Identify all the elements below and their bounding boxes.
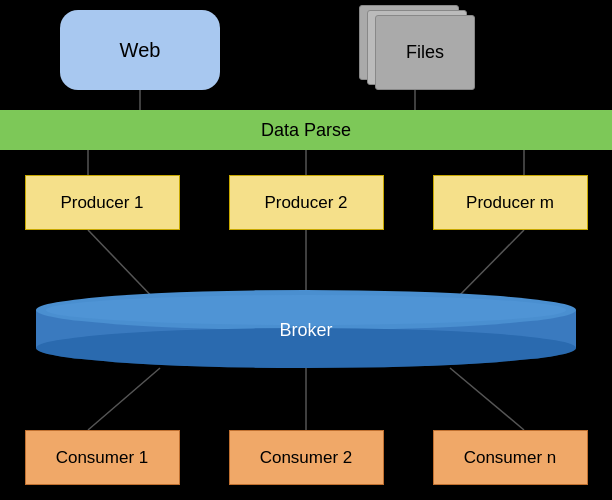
web-label: Web [120, 39, 161, 62]
broker-ellipse: Broker [30, 290, 582, 370]
producer-1-label: Producer 1 [60, 193, 143, 213]
broker-label: Broker [279, 320, 332, 341]
producer-box-m: Producer m [433, 175, 588, 230]
consumer-box-2: Consumer 2 [229, 430, 384, 485]
consumer-2-label: Consumer 2 [260, 448, 353, 468]
consumer-box-1: Consumer 1 [25, 430, 180, 485]
consumer-n-label: Consumer n [464, 448, 557, 468]
svg-line-10 [450, 368, 524, 430]
consumer-row: Consumer 1 Consumer 2 Consumer n [0, 430, 612, 485]
producer-2-label: Producer 2 [264, 193, 347, 213]
producer-row: Producer 1 Producer 2 Producer m [0, 175, 612, 230]
consumer-1-label: Consumer 1 [56, 448, 149, 468]
consumer-box-n: Consumer n [433, 430, 588, 485]
svg-line-8 [88, 368, 160, 430]
web-box: Web [60, 10, 220, 90]
producer-m-label: Producer m [466, 193, 554, 213]
data-parse-bar: Data Parse [0, 110, 612, 150]
files-stack: Files [355, 5, 485, 95]
producer-box-2: Producer 2 [229, 175, 384, 230]
files-page-front: Files [375, 15, 475, 90]
broker-container: Broker [30, 290, 582, 370]
data-parse-label: Data Parse [261, 120, 351, 141]
files-label: Files [406, 42, 444, 63]
producer-box-1: Producer 1 [25, 175, 180, 230]
diagram: Web Files Data Parse Producer 1 Producer… [0, 0, 612, 500]
